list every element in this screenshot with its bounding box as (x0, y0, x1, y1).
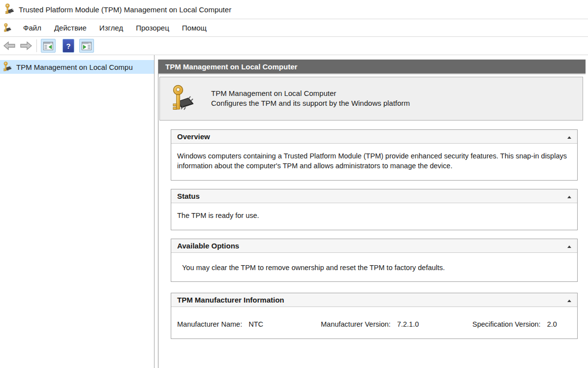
section-available-options-header: Available Options (171, 239, 577, 253)
sections-container: Overview Windows computers containing a … (171, 120, 578, 339)
section-overview-header: Overview (171, 130, 577, 144)
back-arrow-icon (3, 41, 16, 51)
main-pane-title: TPM Management on Local Computer (165, 62, 297, 71)
menu-window[interactable]: Прозорец (129, 21, 176, 35)
manufacturer-name-label: Manufacturer Name: (177, 320, 242, 328)
window-title: Trusted Platform Module (TPM) Management… (19, 5, 231, 14)
manufacturer-version-label: Manufacturer Version: (321, 320, 391, 328)
section-status-body: The TPM is ready for use. (171, 203, 577, 230)
collapse-button[interactable] (566, 134, 573, 140)
manufacturer-name-field: Manufacturer Name: NTC (177, 319, 263, 329)
toolbar: ? (0, 37, 588, 55)
section-tpm-manufacturer-title: TPM Manufacturer Information (177, 296, 284, 304)
section-available-options-body: You may clear the TPM to remove ownershi… (171, 253, 577, 281)
tpm-key-chip-icon (171, 85, 194, 113)
window-titlebar: Trusted Platform Module (TPM) Management… (0, 0, 588, 19)
collapse-icon (567, 136, 571, 139)
action-pane-icon (82, 42, 92, 50)
collapse-button[interactable] (566, 194, 573, 200)
section-status-header: Status (171, 189, 577, 203)
console-tree-icon (43, 42, 53, 50)
section-tpm-manufacturer-header: TPM Manufacturer Information (171, 293, 577, 307)
show-console-tree-button[interactable] (41, 39, 56, 53)
console-tree-pane: TPM Management on Local Compu (0, 55, 155, 368)
tree-item-tpm-management[interactable]: TPM Management on Local Compu (0, 60, 154, 74)
specification-version-label: Specification Version: (472, 320, 541, 328)
manufacturer-name-value: NTC (248, 320, 263, 328)
tpm-key-chip-icon (2, 61, 12, 72)
section-overview-body: Windows computers containing a Trusted P… (171, 144, 577, 180)
section-available-options-title: Available Options (177, 242, 239, 250)
menu-help[interactable]: Помощ (176, 21, 213, 35)
main-pane: TPM Management on Local Computer TPM Man… (158, 60, 586, 368)
console-menu-icon[interactable] (3, 23, 12, 33)
menu-bar: Файл Действие Изглед Прозорец Помощ (0, 19, 588, 37)
help-icon: ? (66, 42, 70, 50)
collapse-icon (567, 196, 571, 198)
back-button[interactable] (2, 40, 17, 52)
collapse-icon (567, 300, 571, 302)
collapse-button[interactable] (566, 244, 573, 249)
menu-view[interactable]: Изглед (93, 21, 129, 35)
specification-version-field: Specification Version: 2.0 (472, 319, 557, 329)
banner-subtitle: Configures the TPM and its support by th… (211, 98, 410, 108)
toolbar-separator (36, 39, 37, 52)
snapin-banner: TPM Management on Local Computer Configu… (159, 77, 583, 121)
menu-file[interactable]: Файл (17, 21, 48, 35)
section-overview-title: Overview (177, 132, 210, 141)
banner-title: TPM Management on Local Computer (211, 89, 410, 98)
specification-version-value: 2.0 (547, 320, 557, 328)
section-available-options: Available Options You may clear the TPM … (171, 239, 578, 282)
main-pane-header: TPM Management on Local Computer (158, 60, 586, 74)
tree-item-label: TPM Management on Local Compu (16, 63, 133, 71)
collapse-icon (567, 245, 571, 248)
forward-button[interactable] (19, 40, 33, 52)
show-action-pane-button[interactable] (79, 39, 94, 53)
collapse-button[interactable] (566, 298, 573, 304)
forward-arrow-icon (20, 41, 32, 51)
menu-action[interactable]: Действие (48, 21, 93, 35)
manufacturer-version-field: Manufacturer Version: 7.2.1.0 (321, 319, 419, 329)
app-icon (4, 3, 15, 15)
section-tpm-manufacturer-body: Manufacturer Name: NTC Manufacturer Vers… (171, 307, 577, 338)
help-button[interactable]: ? (62, 39, 74, 53)
section-status-title: Status (177, 192, 200, 200)
section-tpm-manufacturer: TPM Manufacturer Information Manufacture… (171, 293, 578, 339)
section-overview: Overview Windows computers containing a … (171, 129, 578, 181)
manufacturer-version-value: 7.2.1.0 (397, 320, 419, 328)
section-status: Status The TPM is ready for use. (171, 189, 578, 230)
